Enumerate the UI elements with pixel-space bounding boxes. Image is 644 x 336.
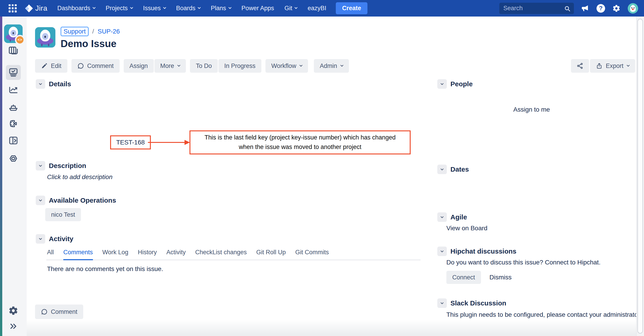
jira-logo-text: Jira	[35, 4, 48, 13]
puzzle-icon	[8, 119, 18, 129]
nav-plans[interactable]: Plans	[211, 5, 231, 12]
tab-comments[interactable]: Comments	[63, 249, 93, 260]
activity-tabs: All Comments Work Log History Activity C…	[47, 249, 329, 260]
split-panel-icon	[8, 135, 18, 146]
sidebar-item-addons[interactable]	[0, 119, 27, 129]
details-section-header: Details	[36, 79, 71, 89]
settings-gear-icon[interactable]	[612, 4, 621, 13]
share-button[interactable]	[571, 59, 589, 73]
collapse-chevron-icon[interactable]	[36, 196, 45, 205]
nav-git[interactable]: Git	[284, 5, 297, 12]
sidebar-item-project-pages[interactable]	[0, 135, 27, 146]
create-button[interactable]: Create	[336, 2, 368, 14]
description-section-header: Description	[36, 161, 86, 171]
nav-projects[interactable]: Projects	[106, 5, 133, 12]
share-export-cluster: Export	[571, 59, 635, 73]
bottom-comment-button[interactable]: Comment	[35, 304, 83, 319]
todo-transition-button[interactable]: To Do	[190, 59, 218, 73]
reports-chart-icon	[8, 85, 18, 95]
annotation-arrow-line	[148, 142, 185, 143]
collapse-chevron-icon[interactable]	[36, 234, 45, 244]
sidebar-expand-button[interactable]	[0, 322, 27, 331]
sidebar-item-reports[interactable]	[0, 85, 27, 95]
app-switcher-icon[interactable]	[8, 4, 17, 13]
nav-power-apps[interactable]: Power Apps	[242, 5, 274, 12]
assign-to-me-link[interactable]: Assign to me	[513, 106, 550, 113]
more-button[interactable]: More	[154, 59, 186, 73]
collapse-chevron-icon[interactable]	[437, 298, 447, 308]
share-icon	[576, 62, 584, 70]
collapse-chevron-icon[interactable]	[437, 164, 447, 174]
tab-git-roll-up[interactable]: Git Roll Up	[256, 249, 286, 260]
scrollbar-thumb[interactable]	[638, 19, 643, 333]
page-title: Demo Issue	[60, 38, 116, 49]
user-avatar[interactable]	[628, 3, 638, 14]
nav-boards[interactable]: Boards	[176, 5, 200, 12]
description-heading: Description	[49, 162, 86, 170]
main-nav: Dashboards Projects Issues Boards Plans …	[58, 5, 326, 12]
collapse-chevron-icon[interactable]	[36, 161, 45, 171]
export-button[interactable]: Export	[590, 59, 635, 73]
chevron-down-icon	[626, 63, 630, 67]
nico-test-button[interactable]: nico Test	[45, 208, 81, 221]
in-progress-transition-button[interactable]: In Progress	[218, 59, 262, 73]
workflow-button[interactable]: Workflow	[266, 59, 308, 73]
collapse-chevron-icon[interactable]	[437, 212, 447, 222]
tab-history[interactable]: History	[138, 249, 157, 260]
jira-logo[interactable]: Jira	[24, 4, 48, 13]
description-placeholder[interactable]: Click to add description	[47, 174, 112, 181]
comment-bubble-icon	[77, 63, 84, 69]
sidebar-item-releases[interactable]	[0, 102, 27, 112]
nav-eazybi[interactable]: eazyBI	[308, 5, 326, 12]
ship-icon	[8, 102, 18, 112]
double-chevron-right-icon	[9, 322, 18, 331]
admin-button[interactable]: Admin	[314, 59, 349, 73]
sidebar-item-active-sprints[interactable]	[0, 65, 27, 80]
breadcrumb-project-link[interactable]: Support	[60, 27, 89, 36]
nav-issues[interactable]: Issues	[143, 5, 166, 12]
comment-button[interactable]: Comment	[72, 59, 120, 73]
sidebar-gradient-strip	[0, 17, 2, 336]
nav-dashboards[interactable]: Dashboards	[58, 5, 96, 12]
chevron-down-icon	[130, 6, 133, 9]
tab-git-commits[interactable]: Git Commits	[295, 249, 329, 260]
hipchat-connect-button[interactable]: Connect	[446, 271, 481, 284]
sidebar-item-backlog[interactable]	[0, 46, 27, 56]
hipchat-actions: Connect Dismiss	[446, 271, 512, 284]
tab-all[interactable]: All	[47, 249, 54, 260]
issue-project-avatar[interactable]	[35, 27, 56, 48]
chevron-down-icon	[340, 63, 344, 67]
collapse-chevron-icon[interactable]	[36, 79, 45, 89]
dates-section-header: Dates	[437, 164, 469, 174]
search-box	[499, 3, 574, 14]
operations-heading: Available Operations	[49, 197, 116, 204]
export-icon	[596, 63, 602, 69]
edit-button[interactable]: Edit	[35, 59, 68, 73]
tab-checklist-changes[interactable]: CheckList changes	[195, 249, 247, 260]
collapse-chevron-icon[interactable]	[437, 247, 447, 256]
demo-field-value-highlight: TEST-168	[110, 135, 151, 149]
breadcrumb-issue-key-link[interactable]: SUP-26	[98, 28, 120, 35]
search-icon	[564, 5, 571, 12]
comment-bubble-icon	[41, 308, 48, 315]
sidebar-item-components[interactable]	[0, 153, 27, 163]
agile-section-header: Agile	[437, 212, 467, 222]
sidebar-project-avatar[interactable]: <>	[0, 25, 27, 43]
chevron-down-icon	[294, 6, 298, 9]
sidebar-project-settings[interactable]	[0, 306, 27, 316]
tab-activity[interactable]: Activity	[166, 249, 186, 260]
collapse-chevron-icon[interactable]	[437, 79, 447, 89]
tab-work-log[interactable]: Work Log	[102, 249, 128, 260]
assign-button[interactable]: Assign	[124, 59, 154, 73]
pencil-icon	[41, 63, 48, 69]
search-input[interactable]	[499, 3, 574, 14]
scrollbar-track[interactable]	[636, 17, 644, 336]
view-on-board-link[interactable]: View on Board	[446, 225, 488, 232]
hipchat-dismiss-link[interactable]: Dismiss	[490, 274, 512, 281]
jira-logo-icon	[24, 4, 34, 13]
slack-heading: Slack Discussion	[450, 299, 506, 307]
feedback-megaphone-icon[interactable]	[581, 4, 590, 13]
boards-icon	[8, 46, 19, 56]
breadcrumb: Support / SUP-26	[60, 27, 120, 36]
help-icon[interactable]: ?	[596, 4, 605, 13]
